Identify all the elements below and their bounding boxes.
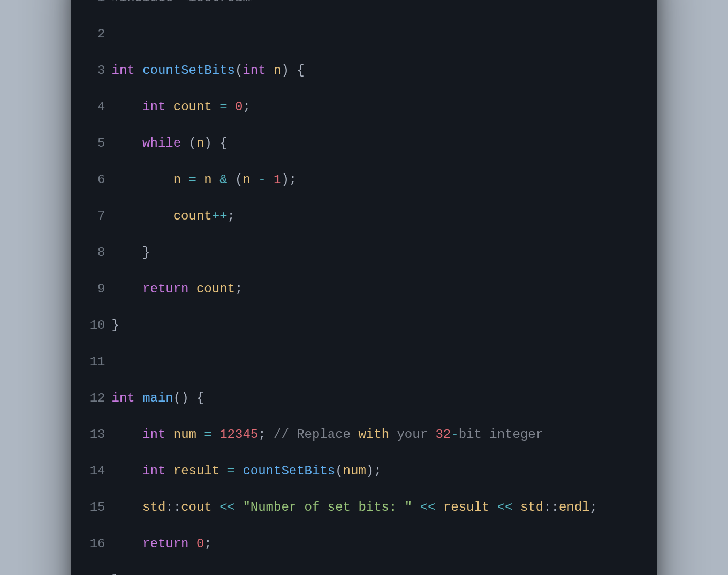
code-token: :: [543,500,559,515]
code-token: int [112,391,135,405]
code-token: ( [235,63,242,78]
code-line: 2 [84,25,638,43]
code-token [266,63,274,78]
code-token: with [358,427,389,442]
code-token: = [189,172,196,187]
code-token: n [204,172,211,187]
line-number: 6 [84,171,105,189]
code-token: count [196,282,235,296]
code-token [165,464,173,478]
line-number: 10 [84,316,105,335]
code-line: 6 n = n & (n - 1); [84,171,638,189]
code-line: 13 int num = 12345; // Replace with your… [84,426,638,444]
code-token [112,282,143,296]
code-token: main [142,391,173,405]
code-token [112,500,143,515]
code-token: ; [204,536,211,551]
code-token [112,464,143,478]
code-token [489,500,497,515]
code-line: 4 int count = 0; [84,98,638,116]
code-token: ( [228,172,243,187]
code-token: return [142,282,188,296]
code-token: num [173,427,196,442]
code-token [235,500,242,515]
code-token [189,282,196,296]
code-token [165,100,173,114]
code-token [112,172,173,187]
code-token: << [420,500,436,515]
code-token: ; [228,209,235,223]
code-token [112,427,143,442]
code-token: ) { [281,63,304,78]
code-token: ( [335,464,343,478]
code-token [135,63,142,78]
code-token [196,427,204,442]
line-number: 16 [84,535,105,553]
code-token [513,500,520,515]
code-token: n [242,172,250,187]
code-token: = [204,427,211,442]
code-editor[interactable]: 1#include <iostream> 2 3int countSetBits… [71,0,657,575]
code-line: 14 int result = countSetBits(num); [84,462,638,480]
code-token [112,136,143,150]
code-token: #include <iostream> [112,0,259,5]
code-token: "Number of set bits: " [242,500,412,515]
code-token: ++ [212,209,228,223]
code-token: int [142,100,165,114]
code-token: n [196,136,204,150]
line-number: 15 [84,498,105,517]
code-token: ); [281,172,297,187]
code-token: } [112,573,119,575]
code-line: 7 count++; [84,207,638,225]
code-line: 15 std::cout << "Number of set bits: " <… [84,498,638,517]
code-token: ; [590,500,597,515]
code-line: 3int countSetBits(int n) { [84,62,638,80]
code-token [212,427,219,442]
code-token: endl [559,500,590,515]
line-number: 11 [84,353,105,371]
code-token: ; [242,100,250,114]
code-token: result [173,464,219,478]
code-token: n [173,172,181,187]
code-line: 1#include <iostream> [84,0,638,7]
code-token: 12345 [219,427,258,442]
code-line: 17} [84,571,638,575]
code-token: std [520,500,543,515]
code-token: 0 [235,100,242,114]
code-token: << [219,500,235,515]
line-number: 12 [84,389,105,407]
code-line: 16 return 0; [84,535,638,553]
code-token: = [228,464,235,478]
code-token [212,500,219,515]
code-token [196,172,204,187]
code-line: 12int main() { [84,389,638,407]
line-number: 1 [84,0,105,7]
code-token: () { [173,391,204,405]
code-token: << [497,500,513,515]
code-token: count [173,209,212,223]
code-token: = [219,100,227,114]
line-number: 7 [84,207,105,225]
code-token: } [112,318,119,332]
code-token [135,391,142,405]
code-token: count [173,100,212,114]
code-token: bit integer [459,427,543,442]
code-token: int [142,464,165,478]
code-token: 0 [196,536,204,551]
code-token: while [142,136,181,150]
code-token [189,536,196,551]
code-token: :: [165,500,181,515]
line-number: 4 [84,98,105,116]
line-number: 14 [84,462,105,480]
code-token: cout [181,500,212,515]
code-token: num [343,464,366,478]
code-token: n [274,63,281,78]
code-line: 11 [84,353,638,371]
code-token [112,536,143,551]
code-token [412,500,420,515]
code-token: std [142,500,165,515]
line-number: 2 [84,25,105,43]
code-token [112,100,143,114]
code-token [228,100,235,114]
code-token: return [142,536,188,551]
